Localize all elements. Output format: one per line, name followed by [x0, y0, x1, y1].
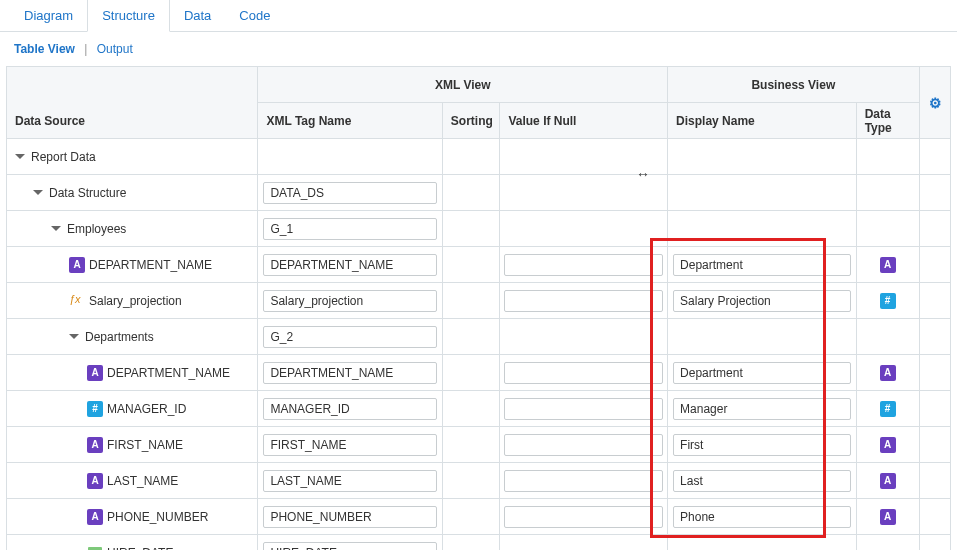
sub-tab-bar: Table View | Output: [0, 32, 957, 66]
source-label: LAST_NAME: [107, 474, 178, 488]
xml-tag-input[interactable]: [263, 506, 436, 528]
tab-data[interactable]: Data: [170, 0, 225, 31]
value-if-null-input[interactable]: [504, 470, 663, 492]
xml-tag-input[interactable]: [263, 470, 436, 492]
subtab-table-view[interactable]: Table View: [14, 42, 75, 56]
table-row: LAST_NAME: [7, 463, 951, 499]
table-row: HIRE_DATE: [7, 535, 951, 551]
xml-tag-input[interactable]: [263, 254, 436, 276]
text-type-icon: [69, 257, 85, 273]
tree-node[interactable]: FIRST_NAME: [7, 427, 257, 462]
tree-node[interactable]: Report Data: [7, 139, 257, 174]
header-business-view: Business View: [668, 67, 919, 103]
subtab-output[interactable]: Output: [97, 42, 133, 56]
display-name-input[interactable]: [673, 506, 851, 528]
settings-icon[interactable]: [928, 95, 944, 111]
tree-node[interactable]: HIRE_DATE: [7, 535, 257, 550]
text-type-icon[interactable]: [880, 437, 896, 453]
text-type-icon: [87, 437, 103, 453]
date-type-icon: [87, 545, 103, 551]
xml-tag-input[interactable]: [263, 434, 436, 456]
display-name-input[interactable]: [673, 398, 851, 420]
table-row: MANAGER_ID: [7, 391, 951, 427]
expand-icon[interactable]: [69, 334, 79, 339]
xml-tag-input[interactable]: [263, 290, 436, 312]
table-row: PHONE_NUMBER: [7, 499, 951, 535]
header-xml-tag-name: XML Tag Name: [258, 103, 442, 139]
xml-tag-input[interactable]: [263, 542, 436, 551]
table-row: Employees: [7, 211, 951, 247]
top-tabs: Diagram Structure Data Code: [0, 0, 957, 32]
source-label: Report Data: [31, 150, 96, 164]
expand-icon[interactable]: [33, 190, 43, 195]
source-label: FIRST_NAME: [107, 438, 183, 452]
table-row: DEPARTMENT_NAME: [7, 247, 951, 283]
table-row: DEPARTMENT_NAME: [7, 355, 951, 391]
expand-icon[interactable]: [15, 154, 25, 159]
header-data-source: Data Source: [7, 67, 258, 139]
xml-tag-input[interactable]: [263, 218, 436, 240]
header-sorting: Sorting: [442, 103, 500, 139]
table-row: Departments: [7, 319, 951, 355]
source-label: MANAGER_ID: [107, 402, 186, 416]
text-type-icon: [87, 473, 103, 489]
text-type-icon[interactable]: [880, 509, 896, 525]
structure-table: Data Source XML View Business View XML T…: [6, 66, 951, 550]
number-type-icon: [87, 401, 103, 417]
xml-tag-input[interactable]: [263, 182, 436, 204]
display-name-input[interactable]: [673, 434, 851, 456]
tree-node[interactable]: Employees: [7, 211, 257, 246]
tab-diagram[interactable]: Diagram: [10, 0, 87, 31]
column-resize-handle[interactable]: ↔: [636, 166, 650, 182]
display-name-input[interactable]: [673, 362, 851, 384]
table-row: Salary_projection: [7, 283, 951, 319]
tree-node[interactable]: Data Structure: [7, 175, 257, 210]
text-type-icon: [87, 509, 103, 525]
source-label: PHONE_NUMBER: [107, 510, 208, 524]
value-if-null-input[interactable]: [504, 362, 663, 384]
text-type-icon: [87, 365, 103, 381]
tree-node[interactable]: MANAGER_ID: [7, 391, 257, 426]
value-if-null-input[interactable]: [504, 506, 663, 528]
xml-tag-input[interactable]: [263, 398, 436, 420]
display-name-input[interactable]: [673, 470, 851, 492]
tree-node[interactable]: LAST_NAME: [7, 463, 257, 498]
expand-icon[interactable]: [51, 226, 61, 231]
value-if-null-input[interactable]: [504, 398, 663, 420]
display-name-input[interactable]: [673, 290, 851, 312]
value-if-null-input[interactable]: [504, 434, 663, 456]
header-display-name: Display Name: [668, 103, 857, 139]
header-data-type: Data Type: [856, 103, 919, 139]
xml-tag-input[interactable]: [263, 326, 436, 348]
subtab-separator: |: [84, 42, 87, 56]
source-label: DEPARTMENT_NAME: [107, 366, 230, 380]
number-type-icon[interactable]: [880, 293, 896, 309]
source-label: Departments: [85, 330, 154, 344]
value-if-null-input[interactable]: [504, 290, 663, 312]
source-label: Salary_projection: [89, 294, 182, 308]
header-value-if-null: Value If Null: [500, 103, 668, 139]
table-row: Data Structure: [7, 175, 951, 211]
value-if-null-input[interactable]: [504, 254, 663, 276]
structure-grid-wrap: Data Source XML View Business View XML T…: [0, 66, 957, 550]
tree-node[interactable]: Departments: [7, 319, 257, 354]
tree-node[interactable]: Salary_projection: [7, 283, 257, 318]
tree-node[interactable]: DEPARTMENT_NAME: [7, 247, 257, 282]
text-type-icon[interactable]: [880, 365, 896, 381]
display-name-input[interactable]: [673, 254, 851, 276]
number-type-icon[interactable]: [880, 401, 896, 417]
tab-code[interactable]: Code: [225, 0, 284, 31]
text-type-icon[interactable]: [880, 257, 896, 273]
text-type-icon[interactable]: [880, 473, 896, 489]
function-icon: [69, 293, 85, 309]
tree-node[interactable]: PHONE_NUMBER: [7, 499, 257, 534]
tab-structure[interactable]: Structure: [87, 0, 170, 32]
source-label: Employees: [67, 222, 126, 236]
table-row: FIRST_NAME: [7, 427, 951, 463]
source-label: DEPARTMENT_NAME: [89, 258, 212, 272]
xml-tag-input[interactable]: [263, 362, 436, 384]
table-row: Report Data: [7, 139, 951, 175]
source-label: HIRE_DATE: [107, 546, 173, 551]
tree-node[interactable]: DEPARTMENT_NAME: [7, 355, 257, 390]
header-xml-view: XML View: [258, 67, 668, 103]
